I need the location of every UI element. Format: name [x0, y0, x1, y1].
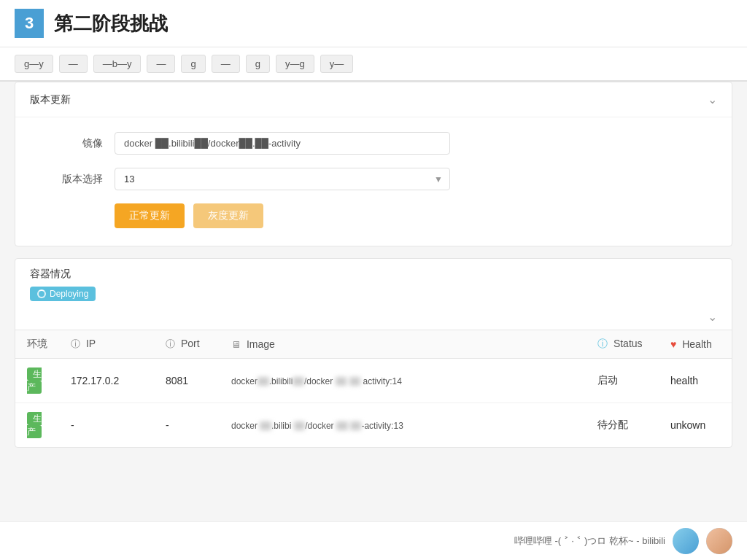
col-header-health: ♥ Health — [659, 330, 732, 359]
image-header-text: Image — [247, 338, 275, 350]
container-title: 容器情况 — [30, 268, 717, 281]
version-update-header: 版本更新 ⌄ — [15, 82, 732, 117]
version-label: 版本选择 — [44, 173, 103, 186]
image-label: 镜像 — [44, 137, 103, 150]
page-title: 第二阶段挑战 — [54, 11, 168, 36]
image-row: 镜像 — [44, 132, 703, 155]
col-header-port: ⓘ Port — [154, 330, 220, 359]
health-header-text: Health — [682, 338, 711, 350]
version-update-section: 版本更新 ⌄ 镜像 版本选择 13 14 12 ▼ — [15, 82, 732, 246]
ip-header-text: IP — [86, 338, 96, 349]
normal-update-button[interactable]: 正常更新 — [115, 203, 185, 228]
deploying-label: Deploying — [50, 289, 88, 299]
row1-image: docker██.bilibili██/docker ██ ██ activit… — [220, 359, 586, 403]
info-icon-port: ⓘ — [166, 338, 175, 351]
container-chevron-icon[interactable]: ⌄ — [708, 310, 717, 324]
info-icon-status: ⓘ — [597, 338, 608, 349]
heart-icon-health: ♥ — [670, 338, 676, 350]
info-icon-ip: ⓘ — [71, 338, 80, 351]
top-bar-pill: y— — [320, 55, 354, 73]
col-header-env: 环境 — [15, 330, 59, 359]
table-row: 生产 - - docker ██.bilibi ██/docker ██ ██-… — [15, 403, 732, 448]
col-header-ip: ⓘ IP — [59, 330, 154, 359]
env-header-text: 环境 — [27, 338, 47, 349]
top-bar-pill: — — [147, 55, 175, 73]
image-input[interactable] — [115, 132, 450, 155]
page-header: 3 第二阶段挑战 — [0, 0, 747, 47]
step-badge: 3 — [15, 9, 44, 38]
table-row: 生产 172.17.0.2 8081 docker██.bilibili██/d… — [15, 359, 732, 403]
container-section: 容器情况 Deploying ⌄ 环境 ⓘ IP — [15, 258, 732, 448]
top-bar-pill: — — [59, 55, 88, 73]
version-select[interactable]: 13 14 12 — [115, 168, 450, 190]
gray-update-button[interactable]: 灰度更新 — [193, 203, 263, 228]
row2-env: 生产 — [15, 403, 59, 448]
avatar — [673, 528, 699, 554]
col-header-image: 🖥 Image — [220, 330, 586, 359]
port-header-text: Port — [181, 338, 200, 349]
row2-port: - — [154, 403, 220, 448]
row1-env: 生产 — [15, 359, 59, 403]
table-header-row: 环境 ⓘ IP ⓘ Port 🖥 Image ⓘ — [15, 330, 732, 359]
top-bar-pill: g — [246, 55, 270, 73]
deploying-badge: Deploying — [30, 287, 96, 301]
top-bar-pill: g—y — [15, 55, 53, 73]
avatar-2 — [706, 528, 732, 554]
row1-ip: 172.17.0.2 — [59, 359, 154, 403]
top-bar-pill: —b—y — [93, 55, 142, 73]
env-badge: 生产 — [27, 368, 42, 394]
update-buttons-row: 正常更新 灰度更新 — [44, 203, 703, 228]
deploying-spin-icon — [37, 289, 46, 298]
version-update-body: 镜像 版本选择 13 14 12 ▼ 正常更新 灰度更新 — [15, 117, 732, 246]
version-select-wrap: 13 14 12 ▼ — [115, 168, 450, 190]
top-bar-overflow: g—y — —b—y — g — g y—g y— — [0, 47, 747, 82]
row2-image: docker ██.bilibi ██/docker ██ ██-activit… — [220, 403, 586, 448]
top-bar-pill: — — [212, 55, 240, 73]
version-update-title: 版本更新 — [30, 93, 71, 106]
row1-health: health — [659, 359, 732, 403]
version-row: 版本选择 13 14 12 ▼ — [44, 168, 703, 190]
avatar-2-image — [706, 528, 732, 554]
page-footer: 哔哩哔哩 -( ˃ · ˂ )つロ 乾杯~ - bilibili — [0, 521, 747, 560]
footer-text: 哔哩哔哩 -( ˃ · ˂ )つロ 乾杯~ - bilibili — [514, 534, 665, 548]
row1-status: 启动 — [586, 359, 659, 403]
chevron-down-icon[interactable]: ⌄ — [708, 93, 717, 106]
monitor-icon-image: 🖥 — [231, 339, 241, 350]
top-bar-pill: g — [181, 55, 205, 73]
container-chevron-row: ⌄ — [15, 307, 732, 330]
row2-ip: - — [59, 403, 154, 448]
top-bar-pill: y—g — [276, 55, 314, 73]
col-header-status: ⓘ Status — [586, 330, 659, 359]
container-table: 环境 ⓘ IP ⓘ Port 🖥 Image ⓘ — [15, 330, 732, 447]
row2-health: unkown — [659, 403, 732, 448]
row1-port: 8081 — [154, 359, 220, 403]
status-header-text: Status — [614, 338, 643, 349]
container-header: 容器情况 Deploying — [15, 259, 732, 307]
row2-status: 待分配 — [586, 403, 659, 448]
avatar-image — [673, 528, 699, 554]
env-badge: 生产 — [27, 412, 42, 438]
